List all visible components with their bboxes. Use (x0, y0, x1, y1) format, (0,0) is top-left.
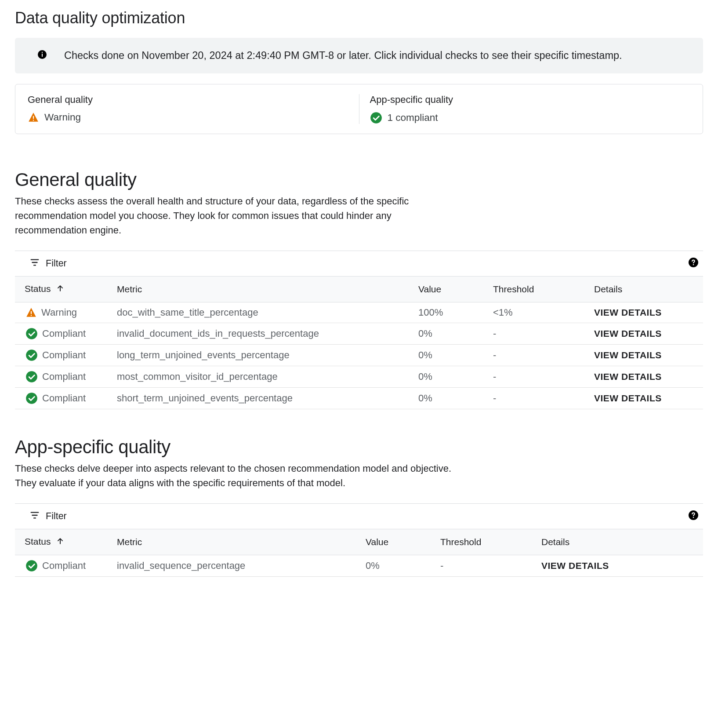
info-banner-text: Checks done on November 20, 2024 at 2:49… (64, 50, 622, 62)
cell-details: VIEW DETAILS (589, 302, 703, 323)
info-icon (37, 49, 47, 62)
cell-details: VIEW DETAILS (589, 344, 703, 366)
help-icon[interactable] (688, 257, 699, 270)
cell-status: Compliant (15, 387, 112, 409)
view-details-button[interactable]: VIEW DETAILS (594, 393, 662, 404)
filter-label[interactable]: Filter (46, 258, 67, 269)
table-row[interactable]: Compliantlong_term_unjoined_events_perce… (15, 344, 703, 366)
cell-value: 0% (413, 323, 488, 344)
cell-value: 0% (413, 344, 488, 366)
view-details-button[interactable]: VIEW DETAILS (541, 561, 609, 571)
status-text: Compliant (42, 349, 86, 361)
cell-threshold: - (435, 555, 536, 576)
cell-details: VIEW DETAILS (589, 387, 703, 409)
cell-metric: most_common_visitor_id_percentage (112, 366, 413, 387)
table-row[interactable]: Compliantmost_common_visitor_id_percenta… (15, 366, 703, 387)
cell-threshold: - (488, 344, 589, 366)
col-header-details[interactable]: Details (536, 529, 703, 555)
cell-metric: short_term_unjoined_events_percentage (112, 387, 413, 409)
cell-details: VIEW DETAILS (589, 366, 703, 387)
help-icon[interactable] (688, 510, 699, 523)
cell-value: 0% (360, 555, 435, 576)
cell-value: 100% (413, 302, 488, 323)
check-icon (25, 328, 38, 340)
cell-threshold: - (488, 323, 589, 344)
table-row[interactable]: Compliantinvalid_sequence_percentage0%-V… (15, 555, 703, 576)
view-details-button[interactable]: VIEW DETAILS (594, 328, 662, 339)
status-text: Compliant (42, 560, 86, 571)
summary-card: General quality Warning App-specific qua… (15, 84, 703, 134)
check-icon (370, 112, 382, 124)
status-text: Compliant (42, 393, 86, 404)
sort-arrow-up-icon (56, 284, 65, 295)
col-header-details[interactable]: Details (589, 277, 703, 302)
warning-icon (25, 307, 37, 318)
section-heading-app: App-specific quality (15, 437, 703, 458)
filter-bar-general: Filter (15, 251, 703, 276)
filter-label[interactable]: Filter (46, 511, 67, 522)
table-row[interactable]: Warningdoc_with_same_title_percentage100… (15, 302, 703, 323)
cell-metric: invalid_sequence_percentage (112, 555, 360, 576)
filter-icon[interactable] (30, 510, 40, 522)
cell-metric: invalid_document_ids_in_requests_percent… (112, 323, 413, 344)
status-text: Compliant (42, 328, 86, 339)
table-row[interactable]: Compliantinvalid_document_ids_in_request… (15, 323, 703, 344)
table-row[interactable]: Compliantshort_term_unjoined_events_perc… (15, 387, 703, 409)
summary-general: General quality Warning (28, 94, 359, 124)
col-header-status[interactable]: Status (15, 277, 112, 302)
warning-icon (28, 112, 39, 123)
cell-details: VIEW DETAILS (536, 555, 703, 576)
summary-app: App-specific quality 1 compliant (370, 94, 691, 124)
view-details-button[interactable]: VIEW DETAILS (594, 371, 662, 382)
cell-threshold: - (488, 366, 589, 387)
col-header-status[interactable]: Status (15, 529, 112, 555)
section-desc-app: These checks delve deeper into aspects r… (15, 461, 454, 490)
col-header-metric[interactable]: Metric (112, 529, 360, 555)
cell-status: Compliant (15, 555, 112, 576)
summary-app-label: App-specific quality (370, 94, 691, 106)
status-text: Warning (41, 307, 77, 318)
cell-metric: doc_with_same_title_percentage (112, 302, 413, 323)
check-icon (25, 371, 38, 383)
cell-threshold: - (488, 387, 589, 409)
page-title: Data quality optimization (15, 9, 703, 27)
cell-status: Compliant (15, 366, 112, 387)
summary-general-label: General quality (28, 94, 348, 106)
summary-general-status: Warning (44, 112, 81, 123)
view-details-button[interactable]: VIEW DETAILS (594, 307, 662, 318)
col-header-threshold[interactable]: Threshold (435, 529, 536, 555)
col-header-metric[interactable]: Metric (112, 277, 413, 302)
check-icon (25, 349, 38, 361)
cell-status: Compliant (15, 344, 112, 366)
section-desc-general: These checks assess the overall health a… (15, 194, 454, 237)
check-icon (25, 392, 38, 404)
section-heading-general: General quality (15, 169, 703, 190)
cell-threshold: <1% (488, 302, 589, 323)
info-banner: Checks done on November 20, 2024 at 2:49… (15, 38, 703, 73)
cell-status: Compliant (15, 323, 112, 344)
table-app: Status Metric Value Threshold Details Co… (15, 529, 703, 577)
filter-bar-app: Filter (15, 503, 703, 529)
col-header-threshold[interactable]: Threshold (488, 277, 589, 302)
col-header-value[interactable]: Value (360, 529, 435, 555)
sort-arrow-up-icon (56, 537, 65, 547)
view-details-button[interactable]: VIEW DETAILS (594, 350, 662, 360)
summary-app-status: 1 compliant (388, 112, 438, 124)
table-general: Status Metric Value Threshold Details Wa… (15, 276, 703, 409)
cell-metric: long_term_unjoined_events_percentage (112, 344, 413, 366)
status-text: Compliant (42, 371, 86, 382)
col-header-value[interactable]: Value (413, 277, 488, 302)
cell-details: VIEW DETAILS (589, 323, 703, 344)
cell-status: Warning (15, 302, 112, 323)
cell-value: 0% (413, 366, 488, 387)
filter-icon[interactable] (30, 258, 40, 269)
check-icon (25, 560, 38, 572)
cell-value: 0% (413, 387, 488, 409)
